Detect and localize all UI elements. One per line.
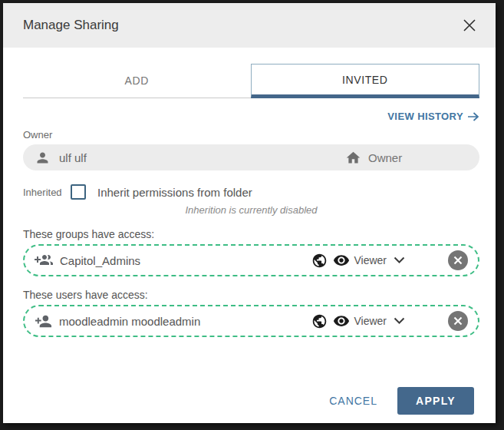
view-history-link[interactable]: VIEW HISTORY [387, 111, 479, 122]
chevron-down-icon [394, 256, 405, 264]
owner-role: Owner [345, 150, 402, 166]
x-circle-icon [453, 256, 463, 265]
person-add-icon [35, 313, 52, 330]
manage-sharing-dialog: Manage Sharing ADD INVITED VIEW HISTORY … [3, 3, 496, 423]
dialog-footer: CANCEL APPLY [23, 381, 479, 423]
inheritance-status-note: Inherition is currently disabled [23, 204, 479, 216]
user-name: moodleadmin moodleadmin [59, 315, 200, 328]
arrow-right-icon [467, 112, 479, 121]
group-permission-value: Viewer [354, 254, 387, 266]
home-icon [345, 150, 361, 166]
history-row: VIEW HISTORY [23, 111, 479, 122]
dialog-title: Manage Sharing [23, 18, 119, 33]
inherited-label: Inherited [23, 187, 71, 198]
tab-bar: ADD INVITED [23, 64, 479, 98]
inherit-checkbox[interactable] [71, 184, 86, 200]
eye-icon [333, 252, 350, 269]
dialog-content: ADD INVITED VIEW HISTORY Owner ulf ulf [3, 48, 496, 423]
user-permission-value: Viewer [354, 315, 387, 327]
tab-invited[interactable]: INVITED [251, 64, 480, 98]
x-circle-icon [453, 316, 463, 326]
user-row-controls: Viewer [311, 311, 468, 331]
user-permission-dropdown[interactable]: Viewer [350, 315, 405, 327]
view-history-label: VIEW HISTORY [387, 111, 463, 122]
x-icon [463, 18, 476, 32]
groups-access-label: These groups have access: [23, 228, 479, 240]
cancel-button[interactable]: CANCEL [312, 387, 394, 415]
owner-name: ulf ulf [59, 151, 87, 164]
group-permission-dropdown[interactable]: Viewer [350, 254, 405, 266]
group-name: Capitol_Admins [60, 254, 140, 267]
owner-label: Owner [23, 129, 479, 141]
close-button[interactable] [460, 16, 479, 35]
inherited-row: Inherited Inherit permissions from folde… [23, 184, 479, 200]
dialog-header: Manage Sharing [3, 3, 496, 48]
apply-button[interactable]: APPLY [397, 387, 474, 415]
tab-add[interactable]: ADD [23, 64, 251, 98]
users-access-label: These users have access: [23, 289, 479, 301]
owner-role-label: Owner [368, 151, 402, 164]
remove-group-button[interactable] [448, 250, 468, 270]
owner-row: ulf ulf Owner [23, 144, 479, 170]
globe-icon [311, 313, 328, 329]
remove-user-button[interactable] [448, 311, 468, 331]
globe-icon [311, 253, 328, 269]
inherit-checkbox-label: Inherit permissions from folder [97, 186, 252, 199]
group-row-controls: Viewer [311, 250, 468, 270]
chevron-down-icon [394, 317, 405, 325]
user-access-row: moodleadmin moodleadmin Viewer [23, 305, 479, 337]
group-add-icon [35, 251, 53, 270]
person-icon [35, 150, 51, 166]
group-access-row: Capitol_Admins Viewer [23, 244, 479, 276]
eye-icon [333, 313, 350, 329]
